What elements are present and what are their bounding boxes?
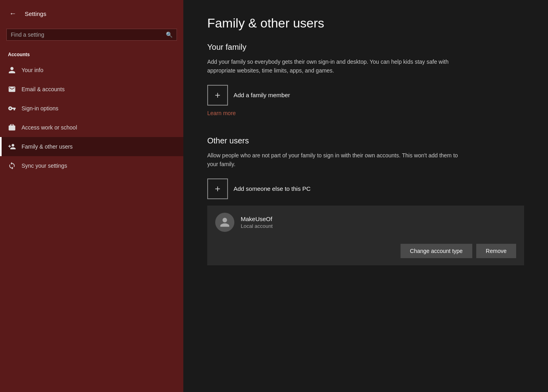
add-family-label: Add a family member	[234, 92, 290, 98]
change-account-type-button[interactable]: Change account type	[401, 244, 472, 258]
plus-icon: +	[215, 90, 220, 101]
sidebar-item-sign-in[interactable]: Sign-in options	[0, 99, 183, 118]
page-title: Family & other users	[207, 16, 524, 31]
plus-icon-2: +	[215, 183, 220, 194]
user-card-makeuseof: MakeUseOf Local account Change account t…	[207, 206, 524, 265]
sidebar-item-access-work[interactable]: Access work or school	[0, 118, 183, 137]
your-family-description: Add your family so everybody gets their …	[207, 57, 462, 75]
sidebar-label-your-info: Your info	[22, 67, 43, 73]
sidebar-label-sign-in: Sign-in options	[22, 105, 59, 112]
learn-more-link[interactable]: Learn more	[207, 110, 236, 116]
person-icon	[8, 66, 16, 74]
accounts-section-label: Accounts	[0, 47, 183, 61]
sidebar-item-family-users[interactable]: Family & other users	[0, 137, 183, 156]
user-card-top: MakeUseOf Local account	[207, 206, 524, 239]
search-icon: 🔍	[166, 31, 173, 38]
sync-icon	[8, 162, 16, 170]
search-input[interactable]	[11, 31, 163, 38]
user-info: MakeUseOf Local account	[241, 216, 273, 229]
briefcase-icon	[8, 123, 16, 131]
mail-icon	[8, 85, 16, 93]
person-add-icon	[8, 143, 16, 151]
other-users-section: Other users Allow people who are not par…	[207, 136, 524, 265]
add-family-icon: +	[207, 85, 228, 106]
back-button[interactable]: ←	[6, 7, 19, 20]
key-icon	[8, 104, 16, 112]
main-content: Family & other users Your family Add you…	[183, 0, 548, 392]
settings-title: Settings	[25, 10, 46, 17]
other-users-heading: Other users	[207, 136, 524, 145]
sidebar-label-sync: Sync your settings	[22, 163, 67, 169]
add-other-icon: +	[207, 178, 228, 199]
other-users-description: Allow people who are not part of your fa…	[207, 151, 462, 169]
sidebar-item-your-info[interactable]: Your info	[0, 61, 183, 80]
sidebar-item-sync[interactable]: Sync your settings	[0, 156, 183, 175]
add-other-label: Add someone else to this PC	[234, 185, 310, 192]
sidebar-header: ← Settings	[0, 0, 183, 27]
sidebar-label-email-accounts: Email & accounts	[22, 86, 65, 92]
add-other-user-row[interactable]: + Add someone else to this PC	[207, 178, 524, 199]
avatar-icon	[219, 217, 230, 228]
search-box[interactable]: 🔍	[6, 29, 177, 41]
avatar	[215, 213, 234, 232]
user-name: MakeUseOf	[241, 216, 273, 222]
sidebar-label-access-work: Access work or school	[22, 124, 77, 131]
back-icon: ←	[9, 10, 16, 18]
your-family-heading: Your family	[207, 43, 524, 52]
sidebar: ← Settings 🔍 Accounts Your info Email & …	[0, 0, 183, 392]
remove-button[interactable]: Remove	[476, 244, 516, 258]
add-family-member-row[interactable]: + Add a family member	[207, 85, 524, 106]
user-card-actions: Change account type Remove	[207, 239, 524, 265]
sidebar-item-email-accounts[interactable]: Email & accounts	[0, 80, 183, 99]
sidebar-label-family-users: Family & other users	[22, 143, 73, 150]
user-account-type: Local account	[241, 223, 273, 229]
